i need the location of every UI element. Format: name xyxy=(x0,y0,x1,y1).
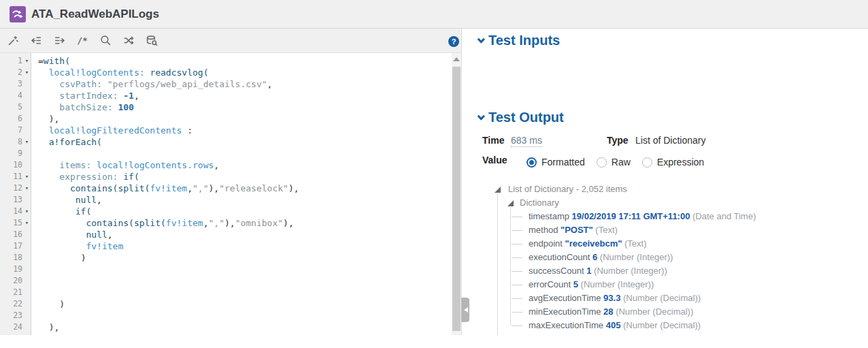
code-line[interactable]: 4 startIndex: -1, xyxy=(0,90,449,101)
tree-field-row: endpoint "receivebcm" (Text) xyxy=(469,237,868,251)
line-number: 22 xyxy=(0,298,22,310)
code-line[interactable]: 6 ), xyxy=(0,113,449,125)
code-text xyxy=(31,275,38,287)
query-database-button[interactable] xyxy=(144,33,159,48)
code-text: items: local!logContents.rows, xyxy=(31,159,219,171)
tree-expander-icon[interactable] xyxy=(495,187,501,193)
fold-spacer xyxy=(22,252,31,264)
line-number: 10 xyxy=(0,159,22,171)
line-number: 4 xyxy=(0,90,22,101)
line-number: 24 xyxy=(0,321,22,333)
code-text xyxy=(31,264,38,275)
value-label: Value xyxy=(482,155,507,165)
title-bar: ATA_ReadWebAPILogs xyxy=(0,0,868,29)
line-number: 6 xyxy=(0,113,22,125)
radio-expression[interactable]: Expression xyxy=(642,157,704,168)
radio-unselected-icon xyxy=(597,157,607,168)
code-line[interactable]: 11▾ expression: if( xyxy=(0,171,449,183)
line-number: 3 xyxy=(0,78,22,90)
fold-spacer xyxy=(22,275,31,287)
code-text: local!logFilteredContents : xyxy=(31,125,193,136)
help-icon[interactable]: ? xyxy=(448,36,459,47)
code-line[interactable]: 20 xyxy=(0,275,449,287)
fold-toggle-icon[interactable]: ▾ xyxy=(22,171,31,183)
code-text xyxy=(31,287,38,298)
code-text: contains(split(fv!item,","),"omnibox"), xyxy=(31,217,294,229)
line-number: 2 xyxy=(0,67,22,78)
line-number: 5 xyxy=(0,101,22,113)
code-line[interactable]: 5 batchSize: 100 xyxy=(0,101,449,113)
tree-next-dictionary-label: Dictionary xyxy=(520,334,559,335)
fold-spacer xyxy=(22,148,31,159)
code-line[interactable]: 19 xyxy=(0,264,449,275)
code-line[interactable]: 16 null, xyxy=(0,229,449,240)
code-line[interactable]: 24 ), xyxy=(0,321,449,333)
line-number: 8 xyxy=(0,136,22,148)
search-button[interactable] xyxy=(98,33,113,48)
code-line[interactable]: 13 null, xyxy=(0,194,449,206)
code-line[interactable]: 12▾ contains(split(fv!item,","),"release… xyxy=(0,183,449,194)
code-line[interactable]: 17 fv!item xyxy=(0,240,449,252)
code-text: startIndex: -1, xyxy=(31,90,139,101)
test-output-header[interactable]: Test Output xyxy=(479,110,564,125)
line-number: 13 xyxy=(0,194,22,206)
code-line[interactable]: 14▾ if( xyxy=(0,206,449,217)
code-line[interactable]: 1▾=with( xyxy=(0,55,449,67)
value-row: Value Formatted Raw Expression xyxy=(469,155,868,170)
fold-toggle-icon[interactable]: ▾ xyxy=(22,67,31,78)
tree-field-row: executionCount 6 (Number (Integer)) xyxy=(469,251,868,264)
code-line[interactable]: 8▾ a!forEach( xyxy=(0,136,449,148)
code-line[interactable]: 3 csvPath: "perflogs/web_api_details.csv… xyxy=(0,78,449,90)
scroll-up-arrow-icon[interactable] xyxy=(453,57,460,61)
comment-button[interactable]: /* xyxy=(75,33,90,48)
tree-expander-icon[interactable] xyxy=(507,200,514,206)
fold-toggle-icon[interactable]: ▾ xyxy=(22,183,31,194)
expression-rule-icon xyxy=(10,6,26,22)
fold-toggle-icon[interactable]: ▾ xyxy=(22,136,31,148)
tree-next-dictionary-row: Dictionary xyxy=(469,332,868,335)
tree-field-row: avgExecutionTime 93.3 (Number (Decimal)) xyxy=(469,291,868,305)
code-lines: 1▾=with(2▾ local!logContents: readcsvlog… xyxy=(0,55,449,333)
code-line[interactable]: 22 ) xyxy=(0,298,449,310)
chevron-down-icon xyxy=(478,112,485,120)
fold-toggle-icon[interactable]: ▾ xyxy=(22,206,31,217)
output-tree: List of Dictionary - 2,052 items Diction… xyxy=(469,183,868,335)
scroll-thumb[interactable] xyxy=(452,67,461,331)
test-inputs-title: Test Inputs xyxy=(488,33,560,48)
code-text: null, xyxy=(31,194,102,206)
code-line[interactable]: 10 items: local!logContents.rows, xyxy=(0,159,449,171)
code-line[interactable]: 2▾ local!logContents: readcsvlog( xyxy=(0,67,449,78)
code-text: expression: if( xyxy=(31,171,139,183)
fold-spacer xyxy=(22,90,31,101)
code-line[interactable]: 21 xyxy=(0,287,449,298)
fold-spacer xyxy=(22,321,31,333)
fold-spacer xyxy=(22,101,31,113)
code-editor[interactable]: 1▾=with(2▾ local!logContents: readcsvlog… xyxy=(0,53,462,335)
collapse-left-arrow-icon xyxy=(464,307,468,313)
test-output-title: Test Output xyxy=(488,110,564,125)
app-window: ATA_ReadWebAPILogs /* ? 1▾=with(2▾ local… xyxy=(0,0,868,348)
code-line[interactable]: 23 xyxy=(0,310,449,321)
radio-formatted[interactable]: Formatted xyxy=(527,157,585,168)
fold-toggle-icon[interactable]: ▾ xyxy=(22,217,31,229)
format-wand-button[interactable] xyxy=(5,33,20,48)
code-line[interactable]: 7 local!logFilteredContents : xyxy=(0,125,449,136)
code-line[interactable]: 18 ) xyxy=(0,252,449,264)
fold-spacer xyxy=(22,240,31,252)
line-number: 18 xyxy=(0,252,22,264)
radio-expression-label: Expression xyxy=(657,157,704,168)
radio-raw[interactable]: Raw xyxy=(597,157,631,168)
code-line[interactable]: 15▾ contains(split(fv!item,","),"omnibox… xyxy=(0,217,449,229)
fold-toggle-icon[interactable]: ▾ xyxy=(22,55,31,67)
tree-fields: timestamp 19/02/2019 17:11 GMT+11:00 (Da… xyxy=(469,210,868,332)
test-inputs-header[interactable]: Test Inputs xyxy=(479,33,560,48)
code-line[interactable]: 9 xyxy=(0,148,449,159)
fold-spacer xyxy=(22,194,31,206)
shuffle-test-button[interactable] xyxy=(121,33,136,48)
type-label: Type xyxy=(607,135,629,146)
page-title: ATA_ReadWebAPILogs xyxy=(31,0,159,29)
tree-field-row: minExecutionTime 28 (Number (Decimal)) xyxy=(469,305,868,319)
outdent-button[interactable] xyxy=(29,33,44,48)
editor-scrollbar[interactable] xyxy=(452,53,461,335)
indent-button[interactable] xyxy=(52,33,67,48)
